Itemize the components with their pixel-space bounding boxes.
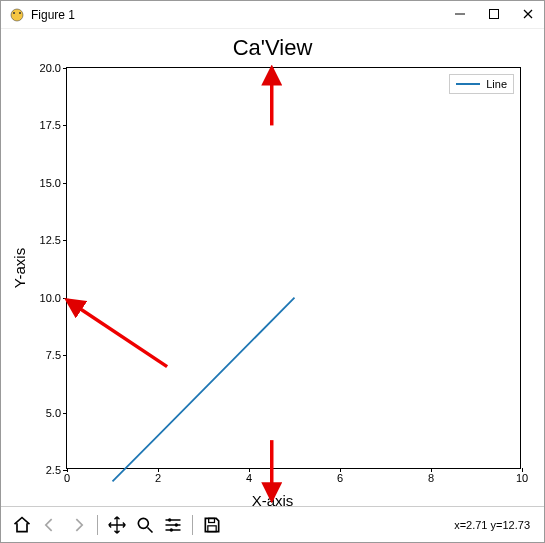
toolbar-separator xyxy=(97,515,98,535)
app-icon xyxy=(9,7,25,23)
window-titlebar: Figure 1 xyxy=(1,1,544,29)
plot-area: Ca'View Y-axis X-axis 2.55.07.510.012.51… xyxy=(1,29,544,507)
svg-rect-12 xyxy=(209,518,215,522)
window-title: Figure 1 xyxy=(31,8,452,22)
toolbar-separator xyxy=(192,515,193,535)
chart-canvas xyxy=(67,68,522,470)
svg-point-0 xyxy=(11,9,23,21)
matplotlib-toolbar: x=2.71 y=12.73 xyxy=(1,506,544,542)
zoom-button[interactable] xyxy=(132,512,158,538)
svg-line-8 xyxy=(148,527,153,532)
svg-point-10 xyxy=(175,523,178,526)
pan-button[interactable] xyxy=(104,512,130,538)
save-button[interactable] xyxy=(199,512,225,538)
svg-rect-13 xyxy=(208,525,216,531)
maximize-button[interactable] xyxy=(486,7,502,23)
svg-rect-4 xyxy=(490,9,499,18)
close-button[interactable] xyxy=(520,7,536,23)
forward-button[interactable] xyxy=(65,512,91,538)
svg-point-9 xyxy=(168,518,171,521)
svg-point-1 xyxy=(13,12,15,14)
window-controls xyxy=(452,7,536,23)
chart-axes[interactable]: 2.55.07.510.012.515.017.520.0 0246810 Li… xyxy=(66,67,521,469)
coordinate-readout: x=2.71 y=12.73 xyxy=(454,519,536,531)
y-axis-label: Y-axis xyxy=(11,248,28,288)
annotation-arrow xyxy=(67,300,167,367)
home-button[interactable] xyxy=(9,512,35,538)
svg-point-11 xyxy=(170,528,173,531)
legend-entry-label: Line xyxy=(486,78,507,90)
legend-swatch xyxy=(456,83,480,85)
svg-point-2 xyxy=(19,12,21,14)
svg-point-7 xyxy=(138,518,148,528)
minimize-button[interactable] xyxy=(452,7,468,23)
back-button[interactable] xyxy=(37,512,63,538)
data-series-line xyxy=(113,298,295,482)
chart-legend: Line xyxy=(449,74,514,94)
chart-title: Ca'View xyxy=(1,35,544,61)
configure-button[interactable] xyxy=(160,512,186,538)
